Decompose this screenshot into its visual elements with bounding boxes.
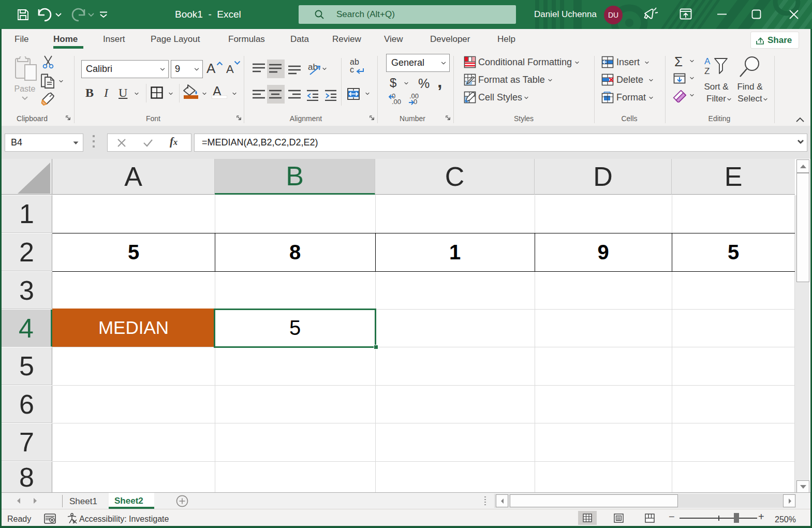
svg-text:Z: Z	[704, 66, 710, 75]
svg-text:A: A	[704, 56, 711, 66]
